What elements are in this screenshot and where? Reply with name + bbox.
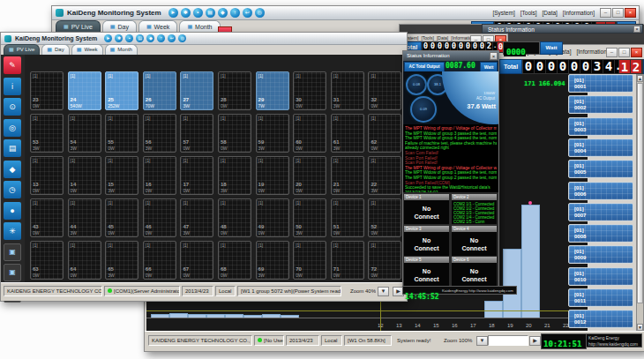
gear-icon[interactable]: ✱ (181, 8, 191, 18)
panel-cell[interactable]: [1]693W (256, 241, 289, 280)
panel-cell[interactable]: [1]710W (331, 241, 364, 280)
panel-cell[interactable]: [1]473W (180, 198, 213, 237)
menu-item-data[interactable]: [Data] (543, 10, 558, 16)
panel-cell[interactable]: [1]533W (30, 114, 64, 153)
panel-cell[interactable]: [1]160W (143, 156, 176, 195)
panel-cell[interactable]: [1]430W (30, 198, 64, 237)
advance-icon[interactable]: ▶ (529, 336, 541, 346)
channel-button[interactable]: [01]0007 (568, 203, 633, 221)
menu-item-information[interactable]: [Information] (563, 10, 595, 16)
panel-cell[interactable]: [1]720W (368, 241, 401, 280)
panel-cell[interactable]: [1]563W (143, 114, 176, 153)
tab-pv-live[interactable]: ▦PV Live (56, 20, 101, 33)
channel-button[interactable]: [01]0006 (568, 182, 633, 200)
zoom-dropdown-icon[interactable]: ▼ (476, 336, 488, 346)
tab-day[interactable]: ▦Day (102, 20, 137, 33)
camera-2-icon[interactable]: ▣ (4, 264, 21, 281)
tab-day[interactable]: ▦Day (41, 44, 69, 55)
panel-cell[interactable]: [1]460W (143, 198, 176, 237)
back-titlebar[interactable]: KaiDeng Monitoring System ►✱▪▤◆↑↩◎ [Syst… (52, 6, 639, 20)
channel-button[interactable]: [01]0004 (568, 138, 633, 157)
panel-cell[interactable]: [1]503W (293, 198, 326, 237)
device-cell[interactable]: Device 1NoConnect (404, 194, 449, 224)
network-icon[interactable]: ✳ (4, 222, 21, 240)
edit-icon[interactable]: ✎ (4, 56, 21, 74)
device-cell[interactable]: Device 5NoConnect (404, 257, 449, 287)
panel-cell[interactable]: [1]130W (30, 156, 64, 195)
panel-cell[interactable]: [1]520W (368, 198, 401, 237)
panel-cell[interactable]: [1]273W (180, 71, 213, 110)
layout-icon[interactable]: ▤ (206, 8, 215, 18)
panel-cell[interactable]: [1]490W (256, 198, 289, 237)
device-cell[interactable]: Device 4NoConnect (452, 226, 497, 256)
channel-button[interactable]: [01]0003 (568, 117, 633, 136)
panel-cell[interactable]: [1]280W (218, 71, 251, 110)
chart-icon[interactable]: ◆ (218, 8, 228, 18)
panel-cell[interactable]: [1]620W (368, 114, 401, 153)
panel-cell[interactable]: [1]653W (105, 241, 139, 280)
power-icon[interactable]: ⊙ (4, 98, 21, 116)
panel-cell[interactable]: [1]200W (293, 156, 326, 195)
panel-cell[interactable]: [1]510W (331, 198, 364, 237)
menu-item-data[interactable]: [Data] (437, 35, 448, 41)
device-cell[interactable]: Device 6NoConnect (452, 257, 497, 287)
panel-cell[interactable]: [1]660W (143, 241, 176, 280)
mid-titlebar[interactable]: Status Information × (482, 24, 643, 34)
target-icon[interactable]: ◎ (4, 119, 21, 137)
pin-icon[interactable]: ◆ (4, 161, 21, 178)
channel-button[interactable]: [01]0008 (568, 224, 633, 243)
layout-icon[interactable]: ▤ (136, 34, 144, 42)
panel-cell[interactable]: [1]630W (30, 241, 64, 280)
undo-icon[interactable]: ↩ (243, 8, 252, 18)
maximize-icon[interactable]: □ (612, 8, 624, 18)
minimize-icon[interactable]: – (600, 8, 611, 18)
mid-vendor-link[interactable]: KaidengEnergy http://www.kaidengdq.com (442, 288, 513, 293)
channel-button[interactable]: [01]0005 (568, 160, 633, 178)
play-icon[interactable]: ► (104, 34, 112, 42)
panel-cell[interactable]: [1]443W (68, 198, 101, 237)
chart-icon[interactable]: ◆ (146, 34, 154, 42)
panel-cell[interactable]: [1]2670W (143, 71, 176, 110)
panel-cell[interactable]: [1]550W (105, 114, 139, 153)
panel-cell[interactable]: [1]313W (331, 71, 364, 110)
dialog-titlebar[interactable]: Status Information (403, 51, 498, 61)
panel-cell[interactable]: [1]680W (218, 241, 251, 280)
channel-scrollbar[interactable]: ▲ ▼ (636, 74, 644, 332)
channel-button[interactable]: [01]0002 (568, 95, 633, 114)
help-icon[interactable]: ◎ (255, 8, 265, 18)
panel-cell[interactable]: [1]140W (68, 156, 101, 195)
panel-cell[interactable]: [1]297W (256, 71, 289, 110)
panel-cell[interactable]: [1]670W (180, 241, 213, 280)
left-titlebar[interactable]: KaiDeng Monitoring System ►✱▪▤◆↑↩◎ (1, 33, 407, 45)
panel-cell[interactable]: [1]580W (218, 114, 251, 153)
lock-icon[interactable]: ▪ (125, 34, 133, 42)
close-icon[interactable]: × (625, 8, 636, 18)
panel-cell[interactable]: [1]223W (368, 156, 401, 195)
device-cell[interactable]: Device 2COM2 1/1 - ConnectedCOM2 1/2 - C… (452, 194, 497, 224)
tab-week[interactable]: ▦Week (71, 44, 103, 55)
channel-button[interactable]: [01]0001 (568, 74, 633, 93)
tab-month[interactable]: ▦Month (105, 44, 138, 55)
tab-week[interactable]: ▦Week (139, 20, 177, 33)
globe-icon[interactable]: ● (4, 202, 21, 220)
play-icon[interactable]: ► (168, 8, 178, 18)
panel-cell[interactable]: [1]300W (293, 71, 326, 110)
panel-cell[interactable]: [1]600W (293, 114, 326, 153)
menu-item-tools[interactable]: [Tools] (421, 35, 433, 41)
panel-cell[interactable]: [1]613W (331, 114, 364, 153)
channel-button[interactable]: [01]0010 (568, 267, 633, 286)
menu-item-system[interactable]: [System] (492, 10, 514, 16)
help-icon[interactable]: ◎ (178, 34, 186, 42)
monitor-icon[interactable]: ▤ (4, 139, 21, 157)
dialog-close-icon[interactable]: × (490, 52, 498, 60)
pin-icon[interactable]: ↑ (157, 34, 165, 42)
panel-cell[interactable]: [1]450W (105, 198, 139, 237)
panel-cell[interactable]: [1]24540W (68, 71, 101, 110)
panel-cell[interactable]: [1]593W (256, 114, 289, 153)
panel-cell[interactable]: [1]210W (331, 156, 364, 195)
panel-cell[interactable]: [1]700W (293, 241, 326, 280)
mid-close-icon[interactable]: × (633, 26, 640, 33)
panel-cell[interactable]: [1]320W (368, 71, 401, 110)
panel-cell[interactable]: [1]230W (30, 71, 64, 110)
channel-button[interactable]: [01]0009 (568, 245, 633, 264)
